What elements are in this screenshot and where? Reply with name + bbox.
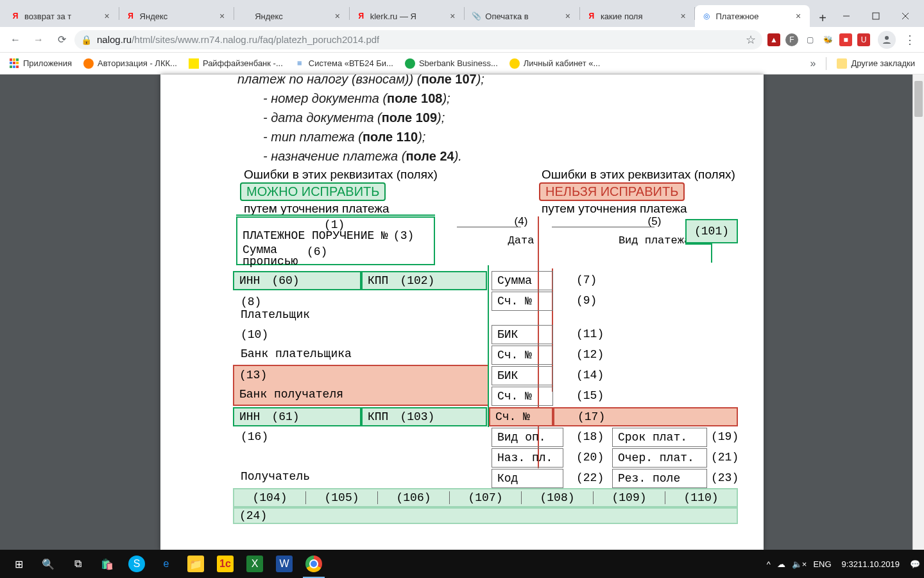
svg-rect-1 [873, 13, 879, 19]
word-button[interactable]: W [270, 550, 299, 578]
ie-button[interactable]: e [151, 550, 181, 578]
row-codes: (104) (105) (106) (107) (108) (109) (110… [233, 488, 738, 507]
field-106: (106) [377, 491, 449, 504]
close-icon[interactable]: × [102, 11, 112, 21]
start-button[interactable]: ⊞ [4, 550, 33, 578]
bookmark-label: Авторизация - ЛКК... [98, 58, 177, 68]
onedrive-icon[interactable]: ☁ [777, 550, 785, 578]
other-bookmarks[interactable]: Другие закладки [833, 57, 919, 70]
bookmark-star-icon[interactable]: ☆ [746, 33, 756, 47]
excel-button[interactable]: X [240, 550, 270, 578]
ext-f-icon[interactable]: F [785, 33, 798, 46]
forward-button[interactable]: → [28, 30, 49, 50]
close-icon[interactable]: × [447, 11, 458, 21]
label-payer: Плательщик [241, 308, 310, 321]
ext-red1-icon[interactable]: ■ [839, 33, 852, 46]
minimize-button[interactable] [832, 5, 861, 27]
close-window-button[interactable] [891, 5, 920, 27]
yandex-icon: Я [126, 11, 136, 21]
close-icon[interactable]: × [563, 11, 573, 21]
search-button[interactable]: 🔍 [33, 550, 63, 578]
ext-red2-icon[interactable]: U [857, 33, 870, 46]
label-kod: Код [492, 469, 563, 488]
clock-date: 11.10.2019 [858, 559, 900, 569]
label-bank-recv: Банк получателя [239, 388, 483, 401]
yandex-icon: Я [10, 11, 21, 21]
tab-2[interactable]: Яндекс × [234, 5, 349, 27]
label-sch-9: Сч. № [492, 292, 553, 311]
bookmark-item-0[interactable]: Авторизация - ЛКК... [80, 57, 181, 70]
close-icon[interactable]: × [332, 11, 343, 21]
bookmarks-overflow[interactable]: » [806, 58, 819, 69]
tab-6[interactable]: ◎ Платежное × [695, 5, 810, 27]
sber-icon [405, 58, 415, 69]
tab-5[interactable]: Я какие поля × [580, 5, 695, 27]
bookmark-label: Личный кабинет «... [524, 58, 600, 68]
eagle-icon [83, 58, 94, 69]
tab-title: какие поля [601, 12, 674, 21]
clock[interactable]: 9:32 11.10.2019 [838, 550, 903, 578]
back-button[interactable]: ← [5, 30, 26, 50]
svg-point-4 [885, 36, 889, 40]
taskview-icon: ⧉ [69, 556, 86, 572]
word-icon: W [276, 556, 293, 572]
address-bar[interactable]: 🔒 nalog.ru/html/sites/www.rn74.nalog.ru/… [74, 30, 762, 49]
explorer-button[interactable]: 📁 [181, 550, 210, 578]
field-107: (107) [449, 491, 521, 504]
ext-panel-icon[interactable]: ▢ [803, 33, 816, 46]
store-button[interactable]: 🛍️ [92, 550, 122, 578]
field-21: (21) [711, 451, 739, 464]
field-105: (105) [305, 491, 377, 504]
folder-icon: 📁 [187, 556, 204, 572]
cannot-fix-badge: НЕЛЬЗЯ ИСПРАВИТЬ [539, 182, 685, 201]
field-inn-61: ИНН(61) [233, 407, 361, 426]
taskview-button[interactable]: ⧉ [63, 550, 92, 578]
maximize-button[interactable] [861, 5, 891, 27]
field-kpp-102: КПП(102) [361, 271, 487, 290]
tab-title: Опечатка в [485, 12, 559, 21]
tab-0[interactable]: Я возврат за т × [4, 5, 119, 27]
action-center-icon[interactable]: 💬 [910, 550, 920, 578]
label-sch-15: Сч. № [492, 387, 553, 406]
bookmark-item-4[interactable]: Личный кабинет «... [506, 57, 604, 70]
label-srok: Срок плат. [612, 428, 707, 447]
ext-adobe-icon[interactable]: ▲ [767, 33, 780, 46]
label-rez: Рез. поле [612, 469, 707, 488]
close-icon[interactable]: × [217, 11, 227, 21]
close-icon[interactable]: × [793, 11, 803, 21]
bookmark-label: Система «ВТБ24 Би... [309, 58, 393, 68]
skype-button[interactable]: S [122, 550, 151, 578]
apps-button[interactable]: Приложения [5, 57, 76, 70]
field-19: (19) [711, 430, 739, 443]
tray-overflow[interactable]: ^ [767, 550, 771, 578]
label-bank-payer: Банк плательщика [241, 347, 352, 360]
tab-1[interactable]: Я Яндекс × [119, 5, 234, 27]
ext-bee-icon[interactable]: 🐝 [821, 33, 834, 46]
scroll-thumb[interactable] [914, 81, 923, 117]
other-bookmarks-label: Другие закладки [851, 58, 915, 68]
chrome-button[interactable] [299, 550, 329, 578]
volume-icon[interactable]: 🔈× [792, 550, 807, 578]
tab-title: Яндекс [255, 12, 329, 21]
scrollbar[interactable] [912, 74, 924, 550]
language-indicator[interactable]: ENG [813, 550, 831, 578]
bookmark-item-2[interactable]: ≡Система «ВТБ24 Би... [291, 57, 397, 70]
url-text: nalog.ru/html/sites/www.rn74.nalog.ru/fa… [97, 34, 379, 45]
browser-toolbar: ← → ⟳ 🔒 nalog.ru/html/sites/www.rn74.nal… [0, 27, 924, 53]
bookmark-item-3[interactable]: Sberbank Business... [401, 57, 502, 70]
tab-4[interactable]: 📎 Опечатка в × [465, 5, 579, 27]
1c-button[interactable]: 1c [210, 550, 240, 578]
label-ocher: Очер. плат. [612, 448, 707, 468]
field-inn-60: ИНН(60) [233, 271, 361, 290]
tab-3[interactable]: Я klerk.ru — Я × [350, 5, 465, 27]
field-109: (109) [593, 491, 665, 504]
bookmark-label: Райффайзенбанк -... [203, 58, 283, 68]
new-tab-button[interactable]: + [814, 9, 832, 27]
window-controls [832, 5, 920, 27]
bookmark-item-1[interactable]: Райффайзенбанк -... [185, 57, 287, 70]
chrome-menu-button[interactable]: ⋮ [901, 31, 919, 49]
reload-button[interactable]: ⟳ [51, 30, 72, 50]
close-icon[interactable]: × [678, 11, 688, 21]
chrome-icon [305, 556, 322, 572]
profile-avatar[interactable] [878, 31, 896, 49]
